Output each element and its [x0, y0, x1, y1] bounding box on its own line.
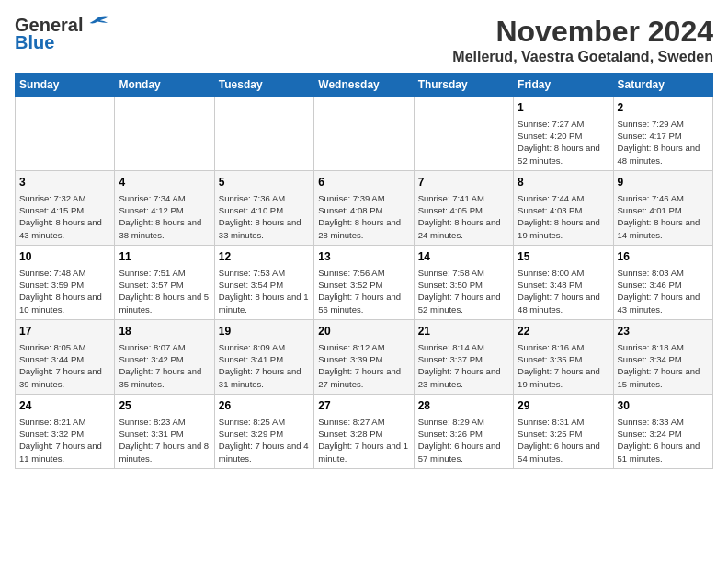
- day-number: 7: [418, 175, 509, 190]
- day-info: Sunrise: 8:29 AMSunset: 3:26 PMDaylight:…: [418, 416, 509, 465]
- day-info: Sunrise: 8:31 AMSunset: 3:25 PMDaylight:…: [518, 416, 609, 465]
- calendar-cell: 30Sunrise: 8:33 AMSunset: 3:24 PMDayligh…: [613, 394, 712, 468]
- calendar-cell: 27Sunrise: 8:27 AMSunset: 3:28 PMDayligh…: [314, 394, 414, 468]
- day-number: 5: [219, 175, 310, 190]
- calendar-week-1: 1Sunrise: 7:27 AMSunset: 4:20 PMDaylight…: [16, 97, 713, 171]
- calendar-cell: 16Sunrise: 8:03 AMSunset: 3:46 PMDayligh…: [613, 245, 712, 319]
- day-number: 26: [219, 398, 310, 414]
- day-number: 23: [618, 324, 709, 339]
- day-info: Sunrise: 7:44 AMSunset: 4:03 PMDaylight:…: [518, 192, 609, 241]
- day-info: Sunrise: 7:53 AMSunset: 3:54 PMDaylight:…: [219, 267, 310, 316]
- day-info: Sunrise: 8:27 AMSunset: 3:28 PMDaylight:…: [318, 416, 409, 465]
- header-day-wednesday: Wednesday: [314, 74, 414, 97]
- calendar-cell: 9Sunrise: 7:46 AMSunset: 4:01 PMDaylight…: [613, 170, 712, 245]
- calendar-cell: 6Sunrise: 7:39 AMSunset: 4:08 PMDaylight…: [314, 170, 414, 245]
- month-title: November 2024: [452, 15, 713, 49]
- calendar-cell: 26Sunrise: 8:25 AMSunset: 3:29 PMDayligh…: [214, 394, 313, 468]
- calendar-cell: [115, 97, 214, 171]
- day-info: Sunrise: 7:27 AMSunset: 4:20 PMDaylight:…: [518, 118, 609, 167]
- calendar-cell: 15Sunrise: 8:00 AMSunset: 3:48 PMDayligh…: [514, 245, 613, 319]
- day-info: Sunrise: 7:41 AMSunset: 4:05 PMDaylight:…: [418, 192, 509, 241]
- day-number: 25: [119, 398, 210, 414]
- day-info: Sunrise: 7:29 AMSunset: 4:17 PMDaylight:…: [618, 118, 709, 167]
- day-number: 22: [518, 324, 609, 339]
- day-number: 29: [518, 398, 609, 414]
- calendar-week-2: 3Sunrise: 7:32 AMSunset: 4:15 PMDaylight…: [16, 170, 713, 245]
- day-number: 15: [518, 249, 609, 265]
- day-info: Sunrise: 8:09 AMSunset: 3:41 PMDaylight:…: [219, 341, 310, 390]
- calendar-cell: 5Sunrise: 7:36 AMSunset: 4:10 PMDaylight…: [214, 170, 313, 245]
- calendar-cell: 12Sunrise: 7:53 AMSunset: 3:54 PMDayligh…: [214, 245, 313, 319]
- day-number: 9: [618, 175, 709, 190]
- calendar-week-3: 10Sunrise: 7:48 AMSunset: 3:59 PMDayligh…: [16, 245, 713, 319]
- calendar-header-row: SundayMondayTuesdayWednesdayThursdayFrid…: [16, 74, 713, 97]
- day-number: 2: [618, 100, 709, 116]
- day-number: 18: [119, 324, 210, 339]
- day-info: Sunrise: 8:16 AMSunset: 3:35 PMDaylight:…: [518, 341, 609, 390]
- day-number: 8: [518, 175, 609, 190]
- calendar-cell: 24Sunrise: 8:21 AMSunset: 3:32 PMDayligh…: [16, 394, 115, 468]
- header-day-monday: Monday: [115, 74, 214, 97]
- calendar-cell: 22Sunrise: 8:16 AMSunset: 3:35 PMDayligh…: [514, 319, 613, 394]
- calendar-cell: 25Sunrise: 8:23 AMSunset: 3:31 PMDayligh…: [115, 394, 214, 468]
- day-info: Sunrise: 7:48 AMSunset: 3:59 PMDaylight:…: [19, 267, 110, 316]
- day-number: 30: [618, 398, 709, 414]
- day-number: 24: [19, 398, 110, 414]
- calendar-cell: 3Sunrise: 7:32 AMSunset: 4:15 PMDaylight…: [16, 170, 115, 245]
- calendar-cell: 14Sunrise: 7:58 AMSunset: 3:50 PMDayligh…: [414, 245, 513, 319]
- day-number: 14: [418, 249, 509, 265]
- day-info: Sunrise: 8:12 AMSunset: 3:39 PMDaylight:…: [318, 341, 409, 390]
- calendar-cell: 28Sunrise: 8:29 AMSunset: 3:26 PMDayligh…: [414, 394, 513, 468]
- header-day-tuesday: Tuesday: [214, 74, 313, 97]
- calendar-cell: 17Sunrise: 8:05 AMSunset: 3:44 PMDayligh…: [16, 319, 115, 394]
- day-info: Sunrise: 8:21 AMSunset: 3:32 PMDaylight:…: [19, 416, 110, 465]
- calendar-cell: 29Sunrise: 8:31 AMSunset: 3:25 PMDayligh…: [514, 394, 613, 468]
- day-info: Sunrise: 8:14 AMSunset: 3:37 PMDaylight:…: [418, 341, 509, 390]
- day-number: 20: [318, 324, 409, 339]
- calendar-cell: 21Sunrise: 8:14 AMSunset: 3:37 PMDayligh…: [414, 319, 513, 394]
- calendar-cell: 7Sunrise: 7:41 AMSunset: 4:05 PMDaylight…: [414, 170, 513, 245]
- day-info: Sunrise: 8:03 AMSunset: 3:46 PMDaylight:…: [618, 267, 709, 316]
- day-number: 27: [318, 398, 409, 414]
- day-info: Sunrise: 7:46 AMSunset: 4:01 PMDaylight:…: [618, 192, 709, 241]
- calendar-cell: [214, 97, 313, 171]
- calendar-cell: 2Sunrise: 7:29 AMSunset: 4:17 PMDaylight…: [613, 97, 712, 171]
- day-info: Sunrise: 8:33 AMSunset: 3:24 PMDaylight:…: [618, 416, 709, 465]
- day-info: Sunrise: 7:56 AMSunset: 3:52 PMDaylight:…: [318, 267, 409, 316]
- calendar-cell: 1Sunrise: 7:27 AMSunset: 4:20 PMDaylight…: [514, 97, 613, 171]
- calendar-cell: 13Sunrise: 7:56 AMSunset: 3:52 PMDayligh…: [314, 245, 414, 319]
- day-info: Sunrise: 8:05 AMSunset: 3:44 PMDaylight:…: [19, 341, 110, 390]
- calendar-cell: 4Sunrise: 7:34 AMSunset: 4:12 PMDaylight…: [115, 170, 214, 245]
- calendar-cell: [414, 97, 513, 171]
- day-info: Sunrise: 8:23 AMSunset: 3:31 PMDaylight:…: [119, 416, 210, 465]
- day-info: Sunrise: 7:34 AMSunset: 4:12 PMDaylight:…: [119, 192, 210, 241]
- header-day-friday: Friday: [514, 74, 613, 97]
- calendar-cell: 18Sunrise: 8:07 AMSunset: 3:42 PMDayligh…: [115, 319, 214, 394]
- day-number: 1: [518, 100, 609, 116]
- calendar-table: SundayMondayTuesdayWednesdayThursdayFrid…: [15, 73, 713, 469]
- header-day-saturday: Saturday: [613, 74, 712, 97]
- day-info: Sunrise: 8:18 AMSunset: 3:34 PMDaylight:…: [618, 341, 709, 390]
- day-number: 28: [418, 398, 509, 414]
- day-number: 4: [119, 175, 210, 190]
- header-day-sunday: Sunday: [16, 74, 115, 97]
- day-info: Sunrise: 7:58 AMSunset: 3:50 PMDaylight:…: [418, 267, 509, 316]
- calendar-cell: 20Sunrise: 8:12 AMSunset: 3:39 PMDayligh…: [314, 319, 414, 394]
- logo: General Blue: [15, 15, 110, 53]
- day-number: 10: [19, 249, 110, 265]
- calendar-cell: 23Sunrise: 8:18 AMSunset: 3:34 PMDayligh…: [613, 319, 712, 394]
- day-number: 12: [219, 249, 310, 265]
- header-day-thursday: Thursday: [414, 74, 513, 97]
- day-number: 13: [318, 249, 409, 265]
- day-info: Sunrise: 8:00 AMSunset: 3:48 PMDaylight:…: [518, 267, 609, 316]
- location-title: Mellerud, Vaestra Goetaland, Sweden: [452, 49, 713, 65]
- day-number: 6: [318, 175, 409, 190]
- title-block: November 2024 Mellerud, Vaestra Goetalan…: [452, 15, 713, 65]
- calendar-cell: [314, 97, 414, 171]
- day-number: 21: [418, 324, 509, 339]
- day-info: Sunrise: 7:39 AMSunset: 4:08 PMDaylight:…: [318, 192, 409, 241]
- calendar-week-5: 24Sunrise: 8:21 AMSunset: 3:32 PMDayligh…: [16, 394, 713, 468]
- day-info: Sunrise: 7:32 AMSunset: 4:15 PMDaylight:…: [19, 192, 110, 241]
- calendar-cell: 8Sunrise: 7:44 AMSunset: 4:03 PMDaylight…: [514, 170, 613, 245]
- logo-blue: Blue: [15, 32, 54, 53]
